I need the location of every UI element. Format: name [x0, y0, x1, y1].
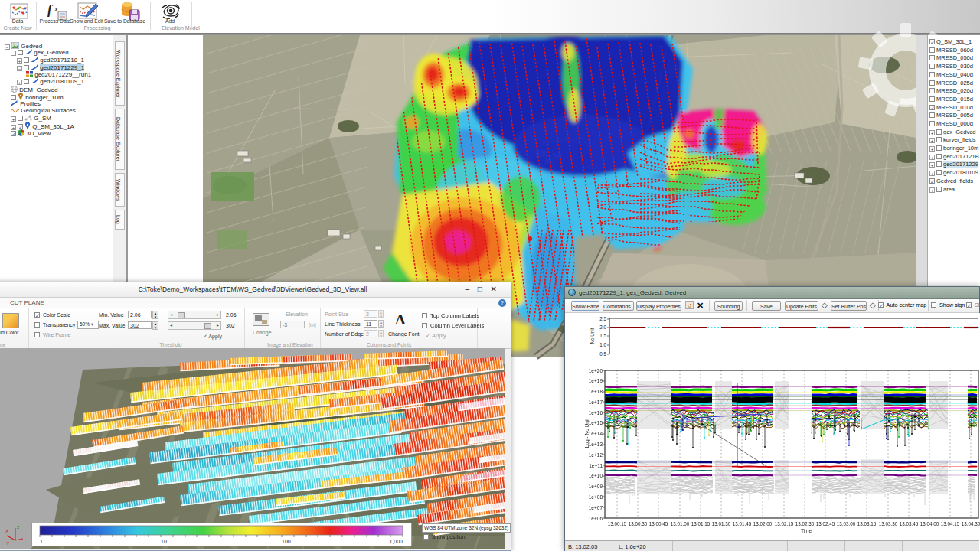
svg-text:f: f [47, 2, 54, 17]
svg-text:13:01:30: 13:01:30 [712, 521, 731, 527]
svg-text:2.5: 2.5 [599, 316, 606, 321]
svg-text:13:02:45: 13:02:45 [816, 521, 835, 527]
svg-text:13:03:45: 13:03:45 [900, 521, 919, 527]
svg-text:13:03:00: 13:03:00 [837, 521, 856, 527]
svg-text:1e+08: 1e+08 [589, 494, 603, 500]
svg-text:1,000: 1,000 [389, 539, 403, 544]
svg-text:1: 1 [40, 539, 43, 544]
svg-text:13:02:00: 13:02:00 [753, 521, 773, 527]
svg-text:1e+12: 1e+12 [589, 452, 603, 458]
svg-text:13:01:45: 13:01:45 [733, 521, 752, 527]
svg-text:13:00:30: 13:00:30 [629, 521, 648, 527]
svg-text:1.0: 1.0 [599, 342, 606, 347]
svg-text:Z: Z [17, 525, 20, 530]
svg-text:No Unit: No Unit [590, 328, 595, 344]
svg-text:1e+09: 1e+09 [589, 484, 603, 489]
svg-text:13:03:15: 13:03:15 [858, 521, 877, 527]
svg-text:1e+16: 1e+16 [589, 410, 603, 416]
svg-text:13:00:15: 13:00:15 [608, 521, 627, 527]
svg-text:13:03:30: 13:03:30 [879, 521, 898, 527]
svg-text:1e+13: 1e+13 [589, 442, 603, 447]
svg-text:13:04:00: 13:04:00 [920, 521, 939, 527]
svg-text:0.5: 0.5 [599, 351, 606, 357]
svg-text:100: 100 [282, 539, 291, 544]
svg-text:13:01:00: 13:01:00 [671, 521, 690, 527]
svg-text:1e+15: 1e+15 [589, 420, 603, 425]
svg-text:1e+10: 1e+10 [589, 473, 603, 478]
svg-text:Time: Time [801, 528, 812, 533]
svg-text:1e+20: 1e+20 [589, 368, 603, 373]
svg-text:1e+14: 1e+14 [589, 431, 603, 436]
svg-text:13:00:45: 13:00:45 [649, 521, 668, 527]
svg-text:X: X [5, 529, 8, 533]
svg-text:1e+17: 1e+17 [589, 399, 603, 405]
svg-text:Log - No Unit: Log - No Unit [584, 419, 590, 448]
svg-text:13:04:30: 13:04:30 [962, 521, 980, 527]
svg-text:1e+07: 1e+07 [589, 505, 603, 510]
svg-text:2.0: 2.0 [599, 324, 606, 330]
svg-text:13:02:15: 13:02:15 [775, 521, 794, 527]
svg-text:1e+18: 1e+18 [589, 389, 603, 394]
svg-text:1e+19: 1e+19 [589, 378, 603, 383]
svg-text:13:01:15: 13:01:15 [691, 521, 710, 527]
svg-text:x: x [54, 4, 58, 13]
svg-text:Y: Y [6, 541, 9, 546]
svg-text:1.5: 1.5 [599, 333, 606, 338]
svg-text:1e+06: 1e+06 [589, 516, 603, 521]
svg-text:13:02:30: 13:02:30 [795, 521, 815, 527]
svg-text:13:04:15: 13:04:15 [941, 521, 960, 527]
svg-text:1e+11: 1e+11 [589, 463, 603, 468]
svg-text:10: 10 [161, 539, 167, 544]
